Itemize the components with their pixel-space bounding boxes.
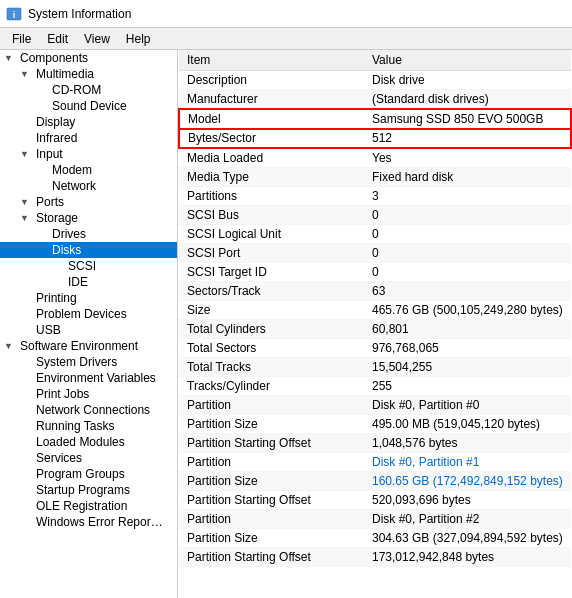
tree-node-sys-drivers[interactable]: System Drivers — [0, 354, 177, 370]
row-value: 976,768,065 — [364, 339, 571, 358]
tree-node-env-vars[interactable]: Environment Variables — [0, 370, 177, 386]
tree-node-label: Services — [36, 451, 82, 465]
tree-node-software-env[interactable]: ▼ Software Environment — [0, 338, 177, 354]
table-row[interactable]: Manufacturer(Standard disk drives) — [179, 90, 571, 110]
tree-node-print-jobs[interactable]: Print Jobs — [0, 386, 177, 402]
row-item: Partition Starting Offset — [179, 491, 364, 510]
table-row[interactable]: Partition Starting Offset520,093,696 byt… — [179, 491, 571, 510]
row-value: 255 — [364, 377, 571, 396]
table-row[interactable]: Partition Size495.00 MB (519,045,120 byt… — [179, 415, 571, 434]
table-row[interactable]: Total Tracks15,504,255 — [179, 358, 571, 377]
tree-node-sound[interactable]: Sound Device — [0, 98, 177, 114]
tree-node-startup-programs[interactable]: Startup Programs — [0, 482, 177, 498]
tree-node-label: Modem — [52, 163, 92, 177]
tree-node-label: Display — [36, 115, 75, 129]
tree-node-label: Startup Programs — [36, 483, 130, 497]
tree-node-services[interactable]: Services — [0, 450, 177, 466]
row-value: (Standard disk drives) — [364, 90, 571, 110]
row-value: 0 — [364, 206, 571, 225]
tree-node-program-groups[interactable]: Program Groups — [0, 466, 177, 482]
table-row[interactable]: SCSI Port0 — [179, 244, 571, 263]
tree-node-network[interactable]: Network — [0, 178, 177, 194]
table-row[interactable]: SCSI Target ID0 — [179, 263, 571, 282]
tree-node-ole-reg[interactable]: OLE Registration — [0, 498, 177, 514]
tree-node-running-tasks[interactable]: Running Tasks — [0, 418, 177, 434]
col-value: Value — [364, 50, 571, 71]
table-row[interactable]: Media TypeFixed hard disk — [179, 168, 571, 187]
tree-node-scsi[interactable]: SCSI — [0, 258, 177, 274]
table-row[interactable]: Total Cylinders60,801 — [179, 320, 571, 339]
table-row[interactable]: SCSI Bus0 — [179, 206, 571, 225]
menu-view[interactable]: View — [76, 30, 118, 48]
tree-node-drives[interactable]: Drives — [0, 226, 177, 242]
table-row[interactable]: Size465.76 GB (500,105,249,280 bytes) — [179, 301, 571, 320]
table-row[interactable]: Partition Size304.63 GB (327,094,894,592… — [179, 529, 571, 548]
row-item: Partition Size — [179, 529, 364, 548]
tree-node-usb[interactable]: USB — [0, 322, 177, 338]
tree-node-disks[interactable]: Disks — [0, 242, 177, 258]
tree-node-cdrom[interactable]: CD-ROM — [0, 82, 177, 98]
tree-node-label: USB — [36, 323, 61, 337]
tree-node-label: SCSI — [68, 259, 96, 273]
table-row[interactable]: Bytes/Sector512 — [179, 129, 571, 149]
tree-node-printing[interactable]: Printing — [0, 290, 177, 306]
tree-node-net-connections[interactable]: Network Connections — [0, 402, 177, 418]
row-value: Fixed hard disk — [364, 168, 571, 187]
expand-icon: ▼ — [20, 213, 34, 223]
table-row[interactable]: Media LoadedYes — [179, 148, 571, 168]
row-value: 520,093,696 bytes — [364, 491, 571, 510]
tree-node-ports[interactable]: ▼ Ports — [0, 194, 177, 210]
table-row[interactable]: Sectors/Track63 — [179, 282, 571, 301]
row-item: SCSI Target ID — [179, 263, 364, 282]
table-row[interactable]: Partition Starting Offset173,012,942,848… — [179, 548, 571, 567]
row-item: Partition — [179, 510, 364, 529]
row-item: Bytes/Sector — [179, 129, 364, 149]
tree-node-modem[interactable]: Modem — [0, 162, 177, 178]
table-row[interactable]: ModelSamsung SSD 850 EVO 500GB — [179, 109, 571, 129]
tree-node-storage[interactable]: ▼ Storage — [0, 210, 177, 226]
table-row[interactable]: Partition Starting Offset1,048,576 bytes — [179, 434, 571, 453]
row-value: 1,048,576 bytes — [364, 434, 571, 453]
tree-node-components[interactable]: ▼ Components — [0, 50, 177, 66]
tree-node-label: Sound Device — [52, 99, 127, 113]
svg-text:i: i — [13, 10, 16, 20]
tree-node-input[interactable]: ▼ Input — [0, 146, 177, 162]
tree-node-label: Windows Error Repor… — [36, 515, 163, 529]
tree-node-infrared[interactable]: Infrared — [0, 130, 177, 146]
tree-node-label: Printing — [36, 291, 77, 305]
table-row[interactable]: Partitions3 — [179, 187, 571, 206]
menu-file[interactable]: File — [4, 30, 39, 48]
tree-node-multimedia[interactable]: ▼ Multimedia — [0, 66, 177, 82]
row-value: 512 — [364, 129, 571, 149]
menu-edit[interactable]: Edit — [39, 30, 76, 48]
tree-node-label: Disks — [52, 243, 81, 257]
row-item: Partition Size — [179, 472, 364, 491]
row-item: Total Sectors — [179, 339, 364, 358]
table-row[interactable]: Total Sectors976,768,065 — [179, 339, 571, 358]
table-row[interactable]: Partition Size160.65 GB (172,492,849,152… — [179, 472, 571, 491]
tree-node-label: Problem Devices — [36, 307, 127, 321]
tree-node-win-error[interactable]: Windows Error Repor… — [0, 514, 177, 530]
table-row[interactable]: DescriptionDisk drive — [179, 71, 571, 90]
table-row[interactable]: PartitionDisk #0, Partition #2 — [179, 510, 571, 529]
tree-node-display[interactable]: Display — [0, 114, 177, 130]
table-row[interactable]: PartitionDisk #0, Partition #1 — [179, 453, 571, 472]
table-row[interactable]: PartitionDisk #0, Partition #0 — [179, 396, 571, 415]
tree-node-label: Network Connections — [36, 403, 150, 417]
row-value: 173,012,942,848 bytes — [364, 548, 571, 567]
main-container: ▼ Components ▼ Multimedia CD-ROM Sound D… — [0, 50, 572, 598]
table-row[interactable]: Tracks/Cylinder255 — [179, 377, 571, 396]
tree-node-problem[interactable]: Problem Devices — [0, 306, 177, 322]
details-panel[interactable]: Item Value DescriptionDisk driveManufact… — [178, 50, 572, 598]
tree-node-ide[interactable]: IDE — [0, 274, 177, 290]
expand-icon: ▼ — [4, 341, 18, 351]
tree-panel[interactable]: ▼ Components ▼ Multimedia CD-ROM Sound D… — [0, 50, 178, 598]
tree-node-loaded-modules[interactable]: Loaded Modules — [0, 434, 177, 450]
menu-help[interactable]: Help — [118, 30, 159, 48]
expand-icon: ▼ — [20, 197, 34, 207]
row-item: Partition Starting Offset — [179, 548, 364, 567]
row-item: Sectors/Track — [179, 282, 364, 301]
row-value: 15,504,255 — [364, 358, 571, 377]
title-bar: i System Information — [0, 0, 572, 28]
table-row[interactable]: SCSI Logical Unit0 — [179, 225, 571, 244]
